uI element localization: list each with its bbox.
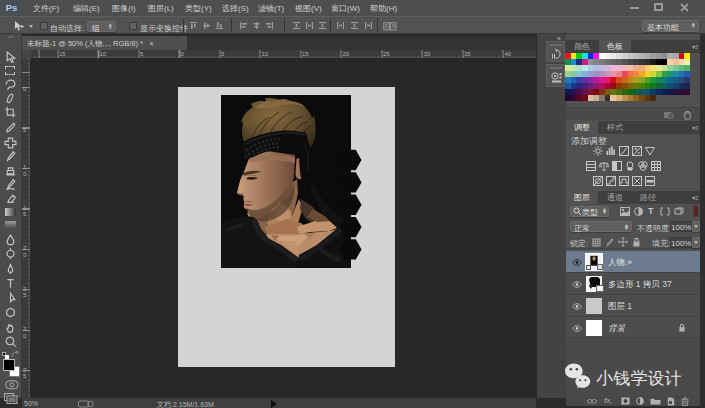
svg-text:小钱学设计: 小钱学设计 [596, 369, 682, 388]
